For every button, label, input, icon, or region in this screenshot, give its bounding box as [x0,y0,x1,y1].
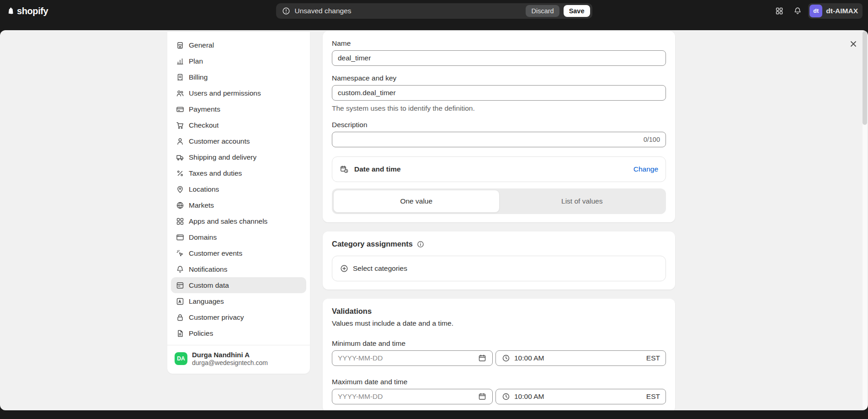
char-counter: 0/100 [644,136,660,143]
type-label: Date and time [354,165,401,173]
max-date-label: Maximum date and time [332,378,666,386]
sidebar-item-label: Customer events [189,249,242,258]
shopify-admin: shopify Unsaved changes Discard Save [0,0,868,419]
sidebar-item-label: Markets [189,201,214,210]
namespace-label: Namespace and key [332,74,666,82]
sidebar-item-apps-sales-channels[interactable]: Apps and sales channels [171,213,306,229]
definition-card: Name Namespace and key The system uses t… [323,31,675,222]
sidebar-item-label: Notifications [189,265,227,274]
settings-nav: General Plan Billing Users and permissio… [167,31,310,374]
translate-icon [176,297,185,306]
bell-icon [176,265,185,274]
segment-one-value[interactable]: One value [333,190,500,213]
location-pin-icon [176,185,185,194]
category-title: Category assignments [332,240,413,248]
description-field[interactable]: 0/100 [332,132,666,147]
sidebar-item-label: Locations [189,185,219,193]
users-icon [176,89,185,98]
description-label: Description [332,121,666,129]
cursor-click-icon [176,249,185,258]
shopify-wordmark: shopify [17,6,48,16]
alert-circle-icon [282,6,291,16]
namespace-input[interactable] [338,89,660,97]
scrollbar-thumb[interactable] [863,31,867,125]
namespace-field[interactable] [332,85,666,101]
apps-grid-icon [176,217,185,226]
user-info: Durga Nandhini A durga@wedesigntech.com [192,351,268,366]
store-icon [176,41,185,50]
cart-icon [176,121,185,130]
sidebar-item-label: General [189,41,214,49]
validations-subtitle: Values must include a date and a time. [332,319,666,328]
user-avatar: DA [175,352,187,365]
min-time-input[interactable] [514,354,643,362]
max-datetime-group: Maximum date and time EST [332,378,666,404]
sidebar-item-label: Policies [189,329,213,338]
sidebar-item-markets[interactable]: Markets [171,197,306,213]
sidebar-item-plan[interactable]: Plan [171,53,306,69]
name-label: Name [332,39,666,48]
store-menu-button[interactable]: dt dt-AIMAX [808,3,863,19]
sidebar-item-customer-accounts[interactable]: Customer accounts [171,133,306,149]
min-date-input[interactable] [338,354,474,362]
unsaved-changes-text: Unsaved changes [295,7,351,15]
name-field[interactable] [332,50,666,66]
sidebar-item-languages[interactable]: Languages [171,293,306,309]
apps-button[interactable] [772,3,787,19]
description-input[interactable] [338,135,640,144]
calendar-clock-icon [340,165,349,174]
sidebar-item-label: Customer privacy [189,313,244,322]
database-icon [176,281,185,290]
description-group: Description 0/100 [332,121,666,147]
save-button[interactable]: Save [564,5,590,17]
select-categories-button[interactable]: Select categories [332,256,666,281]
timezone-label: EST [646,354,660,362]
sidebar-item-notifications[interactable]: Notifications [171,261,306,277]
topbar: shopify Unsaved changes Discard Save [0,0,868,22]
name-input[interactable] [338,54,660,62]
discard-button[interactable]: Discard [526,5,559,17]
sidebar-item-payments[interactable]: Payments [171,101,306,117]
segment-list-of-values[interactable]: List of values [500,190,665,213]
settings-content: Name Namespace and key The system uses t… [323,31,675,410]
max-time-field[interactable]: EST [495,389,666,404]
min-date-label: Minimum date and time [332,339,666,348]
min-time-field[interactable]: EST [495,350,666,366]
sidebar-item-checkout[interactable]: Checkout [171,117,306,133]
timezone-label: EST [646,392,660,401]
sidebar-item-customer-privacy[interactable]: Customer privacy [171,309,306,325]
sidebar-item-users-permissions[interactable]: Users and permissions [171,85,306,101]
scrollbar[interactable] [863,31,867,409]
shopify-bag-icon [6,6,16,16]
change-link[interactable]: Change [634,165,658,173]
shopify-logo[interactable]: shopify [6,0,48,22]
store-avatar: dt [809,5,822,17]
sidebar-item-domains[interactable]: Domains [171,229,306,245]
max-date-input[interactable] [338,392,474,401]
sidebar-item-taxes-duties[interactable]: Taxes and duties [171,165,306,181]
max-datetime-row: EST [332,389,666,404]
max-date-field[interactable] [332,389,493,404]
sidebar-item-label: Checkout [189,121,218,129]
max-time-input[interactable] [514,392,643,401]
sidebar-item-custom-data[interactable]: Custom data [171,277,306,293]
bell-icon [793,6,802,16]
credit-card-icon [176,105,185,114]
receipt-icon [176,73,185,82]
settings-modal: General Plan Billing Users and permissio… [0,30,868,410]
sidebar-item-general[interactable]: General [171,37,306,53]
sidebar-item-label: Taxes and duties [189,169,242,177]
clock-icon [501,392,511,401]
sidebar-item-customer-events[interactable]: Customer events [171,245,306,261]
sidebar-item-locations[interactable]: Locations [171,181,306,197]
sidebar-item-label: Billing [189,73,208,81]
sidebar-item-policies[interactable]: Policies [171,325,306,341]
info-icon[interactable] [416,240,425,248]
close-button[interactable] [847,38,860,50]
notifications-button[interactable] [790,3,805,19]
segmented-control: One value List of values [332,188,666,214]
sidebar-item-shipping-delivery[interactable]: Shipping and delivery [171,149,306,165]
min-date-field[interactable] [332,350,493,366]
sidebar-item-billing[interactable]: Billing [171,69,306,85]
validations-card: Validations Values must include a date a… [323,299,675,410]
